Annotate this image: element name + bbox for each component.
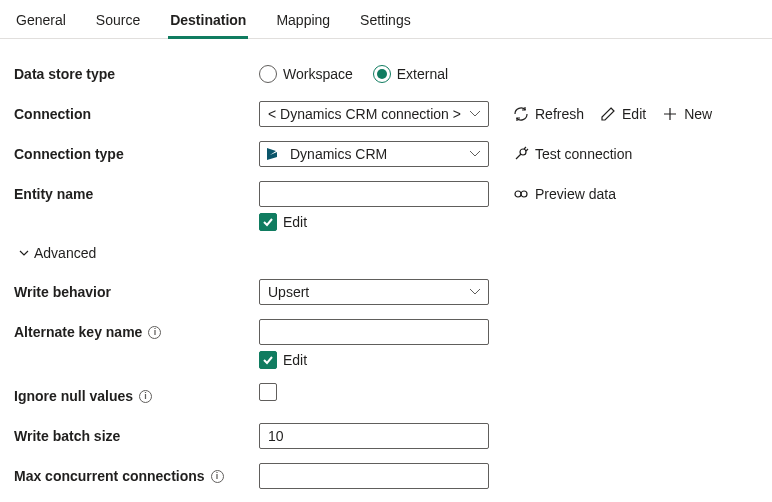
- radio-workspace[interactable]: Workspace: [259, 65, 353, 83]
- pencil-icon: [600, 106, 616, 122]
- write-batch-size-input[interactable]: [259, 423, 489, 449]
- label-write-behavior: Write behavior: [14, 279, 259, 305]
- plus-icon: [662, 106, 678, 122]
- alternate-key-edit-checkbox-label: Edit: [283, 352, 307, 368]
- label-ignore-null-values: Ignore null values i: [14, 383, 259, 409]
- alternate-key-name-input[interactable]: [259, 319, 489, 345]
- ignore-null-values-checkbox[interactable]: [259, 383, 277, 401]
- check-icon: [262, 216, 274, 228]
- radio-circle-icon: [259, 65, 277, 83]
- new-connection-button[interactable]: New: [662, 106, 712, 122]
- tab-settings[interactable]: Settings: [358, 6, 413, 38]
- entity-name-input[interactable]: [259, 181, 489, 207]
- radio-circle-icon: [373, 65, 391, 83]
- max-concurrent-connections-input[interactable]: [259, 463, 489, 489]
- radio-external-label: External: [397, 66, 448, 82]
- label-data-store-type: Data store type: [14, 61, 259, 87]
- info-icon[interactable]: i: [148, 326, 161, 339]
- radio-external[interactable]: External: [373, 65, 448, 83]
- label-write-batch-size: Write batch size: [14, 423, 259, 449]
- new-label: New: [684, 106, 712, 122]
- connection-select[interactable]: < Dynamics CRM connection >: [259, 101, 489, 127]
- label-entity-name: Entity name: [14, 181, 259, 207]
- check-icon: [262, 354, 274, 366]
- refresh-button[interactable]: Refresh: [513, 106, 584, 122]
- tab-bar: General Source Destination Mapping Setti…: [0, 0, 772, 39]
- connection-type-select[interactable]: Dynamics CRM: [259, 141, 489, 167]
- test-connection-icon: [513, 146, 529, 162]
- tab-destination[interactable]: Destination: [168, 6, 248, 38]
- destination-form: Data store type Workspace External Conne…: [0, 39, 772, 502]
- info-icon[interactable]: i: [139, 390, 152, 403]
- edit-connection-button[interactable]: Edit: [600, 106, 646, 122]
- label-alternate-key-name: Alternate key name i: [14, 319, 259, 345]
- preview-data-button[interactable]: Preview data: [513, 186, 616, 202]
- preview-icon: [513, 186, 529, 202]
- advanced-section-toggle[interactable]: Advanced: [18, 245, 758, 261]
- data-store-type-radio-group: Workspace External: [259, 61, 489, 87]
- edit-label: Edit: [622, 106, 646, 122]
- entity-edit-checkbox[interactable]: [259, 213, 277, 231]
- tab-general[interactable]: General: [14, 6, 68, 38]
- label-connection: Connection: [14, 101, 259, 127]
- test-connection-label: Test connection: [535, 146, 632, 162]
- refresh-label: Refresh: [535, 106, 584, 122]
- refresh-icon: [513, 106, 529, 122]
- svg-point-1: [515, 191, 521, 197]
- info-icon[interactable]: i: [211, 470, 224, 483]
- label-connection-type: Connection type: [14, 141, 259, 167]
- entity-edit-checkbox-label: Edit: [283, 214, 307, 230]
- tab-source[interactable]: Source: [94, 6, 142, 38]
- tab-mapping[interactable]: Mapping: [274, 6, 332, 38]
- advanced-label: Advanced: [34, 245, 96, 261]
- write-behavior-select[interactable]: Upsert: [259, 279, 489, 305]
- preview-data-label: Preview data: [535, 186, 616, 202]
- chevron-down-icon: [18, 247, 30, 259]
- alternate-key-edit-checkbox[interactable]: [259, 351, 277, 369]
- test-connection-button[interactable]: Test connection: [513, 146, 632, 162]
- svg-point-2: [521, 191, 527, 197]
- label-max-concurrent-connections: Max concurrent connections i: [14, 463, 259, 489]
- radio-workspace-label: Workspace: [283, 66, 353, 82]
